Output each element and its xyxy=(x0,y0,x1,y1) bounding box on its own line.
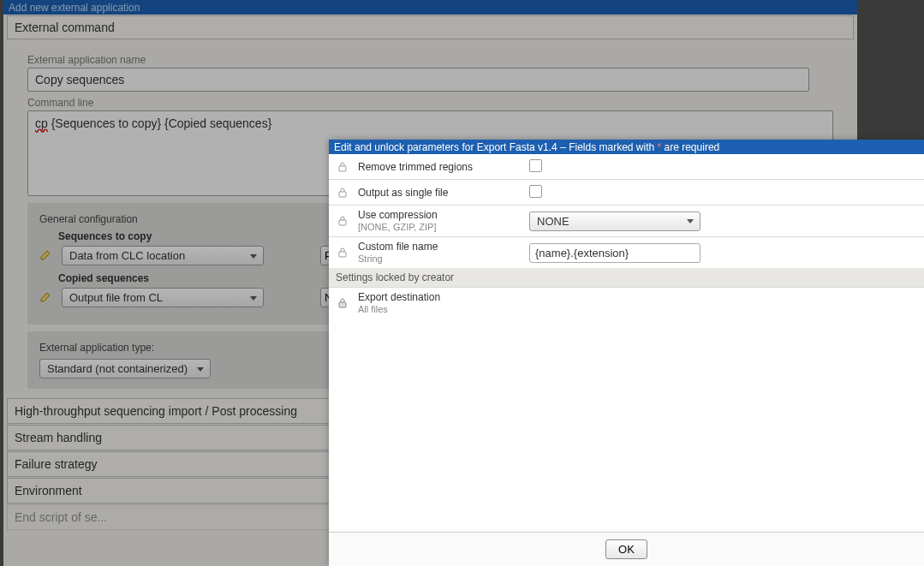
ok-button[interactable]: OK xyxy=(605,539,647,559)
cmd-rest: {Sequences to copy} {Copied sequences} xyxy=(48,116,272,130)
svg-rect-4 xyxy=(339,302,346,307)
param-output-single: Output as single file xyxy=(329,180,924,206)
section-external-command[interactable]: External command xyxy=(7,15,854,39)
param-custom-name: Custom file name String xyxy=(329,237,924,268)
copied-seq-value: Output file from CL xyxy=(69,291,163,304)
svg-rect-2 xyxy=(339,220,346,225)
custom-name-input[interactable] xyxy=(529,243,700,263)
seq-to-copy-value: Data from CLC location xyxy=(69,249,185,262)
param-remove-trimmed: Remove trimmed regions xyxy=(329,154,924,180)
dialog-footer: OK xyxy=(329,532,924,566)
param-label: Remove trimmed regions xyxy=(358,161,512,173)
export-dest-label: Export destination xyxy=(358,291,440,303)
param-label: Use compression [NONE, GZIP, ZIP] xyxy=(358,209,512,233)
compression-select[interactable]: NONE xyxy=(529,212,700,231)
compression-label: Use compression xyxy=(358,209,438,221)
svg-rect-0 xyxy=(339,166,346,171)
copied-seq-select[interactable]: Output file from CL xyxy=(62,288,264,307)
section-label: External command xyxy=(15,21,115,34)
dialog-title-post: are required xyxy=(661,141,719,153)
lock-icon-locked xyxy=(336,297,349,309)
app-type-select[interactable]: Standard (not containerized) xyxy=(39,359,211,378)
param-label: Output as single file xyxy=(358,187,512,199)
app-name-label: External application name xyxy=(27,54,833,66)
output-single-checkbox[interactable] xyxy=(529,185,542,198)
custom-name-hint: String xyxy=(358,253,383,264)
custom-name-label: Custom file name xyxy=(358,241,438,253)
cmd-prefix: cp xyxy=(35,116,48,130)
remove-trimmed-checkbox[interactable] xyxy=(529,159,542,172)
export-dest-hint: All files xyxy=(358,304,388,314)
param-label: Export destination All files xyxy=(358,291,512,315)
window-title-bar: Add new external application xyxy=(3,0,857,15)
dialog-title-pre: Edit and unlock parameters for Export Fa… xyxy=(334,141,658,153)
cmdline-label: Command line xyxy=(27,97,833,109)
compression-hint: [NONE, GZIP, ZIP] xyxy=(358,222,436,232)
app-name-input[interactable] xyxy=(27,68,809,92)
param-label: Custom file name String xyxy=(358,241,512,265)
parameters-dialog: Edit and unlock parameters for Export Fa… xyxy=(329,140,924,566)
window-title: Add new external application xyxy=(9,2,140,14)
lock-icon[interactable] xyxy=(336,187,349,199)
param-export-dest: Export destination All files xyxy=(329,288,924,319)
app-type-value: Standard (not containerized) xyxy=(47,362,188,375)
locked-settings-header: Settings locked by creator xyxy=(329,268,924,288)
param-compression: Use compression [NONE, GZIP, ZIP] NONE xyxy=(329,206,924,237)
svg-rect-3 xyxy=(339,252,346,257)
lock-icon[interactable] xyxy=(336,161,349,173)
edit-icon[interactable] xyxy=(39,291,55,305)
svg-rect-1 xyxy=(339,192,346,197)
edit-icon[interactable] xyxy=(39,249,55,263)
lock-icon[interactable] xyxy=(336,247,349,259)
seq-to-copy-select[interactable]: Data from CLC location xyxy=(62,246,264,265)
compression-value: NONE xyxy=(537,215,569,228)
dialog-title-bar: Edit and unlock parameters for Export Fa… xyxy=(329,140,924,154)
lock-icon[interactable] xyxy=(336,215,349,227)
